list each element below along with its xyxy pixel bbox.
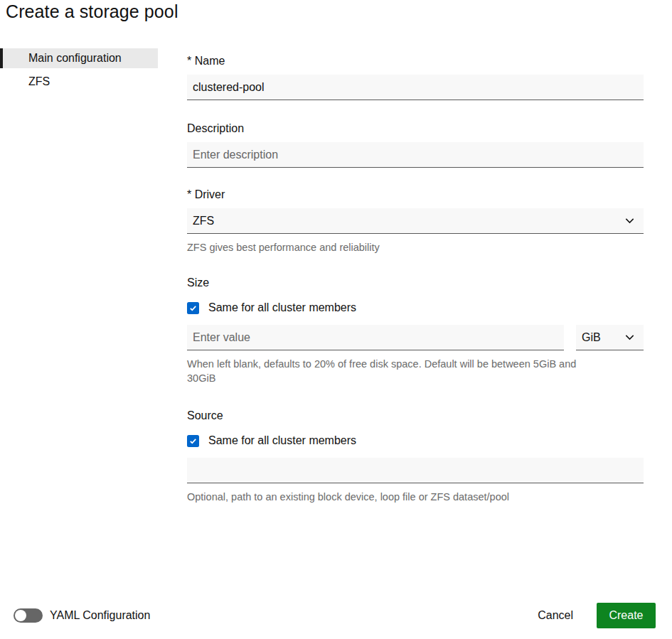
sidebar-item-main-configuration[interactable]: Main configuration — [0, 48, 158, 68]
yaml-configuration-toggle[interactable]: YAML Configuration — [14, 608, 150, 623]
page-title: Create a storage pool — [6, 1, 178, 22]
driver-label: * Driver — [187, 188, 644, 202]
form-sidebar: Main configuration ZFS — [0, 48, 158, 95]
size-help-text: When left blank, defaults to 20% of free… — [187, 357, 594, 385]
source-input[interactable] — [187, 458, 644, 483]
driver-select-value: ZFS — [193, 215, 214, 227]
name-input[interactable] — [187, 75, 644, 100]
size-unit-value: GiB — [582, 331, 601, 344]
toggle-knob — [15, 610, 26, 621]
driver-select[interactable]: ZFS — [187, 208, 644, 234]
size-cluster-checkbox-label: Same for all cluster members — [208, 301, 356, 314]
create-button[interactable]: Create — [597, 603, 656, 628]
description-input[interactable] — [187, 142, 644, 168]
size-unit-select[interactable]: GiB — [576, 325, 644, 350]
sidebar-item-zfs[interactable]: ZFS — [0, 72, 158, 92]
driver-help-text: ZFS gives best performance and reliabili… — [187, 240, 594, 254]
dialog-footer: YAML Configuration Cancel Create — [0, 592, 672, 639]
chevron-down-icon — [624, 215, 635, 226]
description-label: Description — [187, 122, 644, 136]
storage-pool-form: * Name Description * Driver ZFS ZFS give… — [187, 54, 644, 504]
toggle-switch-icon[interactable] — [14, 608, 43, 623]
chevron-down-icon — [624, 332, 635, 343]
cancel-button[interactable]: Cancel — [538, 609, 573, 622]
size-input[interactable] — [187, 325, 564, 350]
source-label: Source — [187, 409, 644, 423]
size-cluster-checkbox-row[interactable]: Same for all cluster members — [187, 301, 644, 314]
yaml-configuration-label: YAML Configuration — [50, 609, 150, 622]
source-cluster-checkbox-row[interactable]: Same for all cluster members — [187, 434, 644, 447]
name-label: * Name — [187, 54, 644, 68]
checkbox-checked-icon[interactable] — [187, 302, 199, 314]
size-label: Size — [187, 276, 644, 290]
checkbox-checked-icon[interactable] — [187, 435, 199, 447]
source-cluster-checkbox-label: Same for all cluster members — [208, 434, 356, 447]
source-help-text: Optional, path to an existing block devi… — [187, 490, 594, 504]
